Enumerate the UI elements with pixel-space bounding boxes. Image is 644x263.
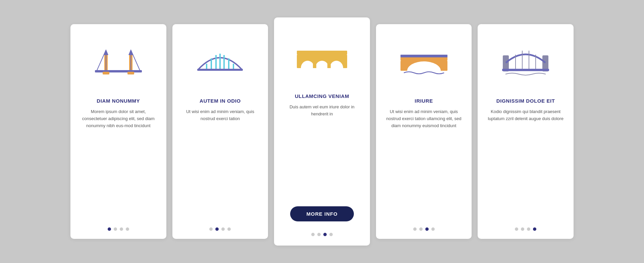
dot [431, 227, 435, 231]
card-4-text: Ut wisi enim ad minim veniam, quis nostr… [385, 108, 463, 217]
card-4-icon [394, 34, 454, 88]
svg-point-28 [407, 61, 441, 80]
card-5-dots [515, 224, 536, 231]
dot [209, 227, 213, 231]
card-2-dots [209, 224, 231, 231]
dot [521, 227, 524, 231]
card-1-dots [108, 224, 129, 231]
dot [329, 233, 333, 236]
card-4-title: IRIURE [415, 98, 433, 104]
dot [425, 227, 429, 231]
dot [311, 233, 315, 236]
more-info-button[interactable]: MORE INFO [290, 206, 354, 221]
dot [515, 227, 518, 231]
card-1: DIAM NONUMMY Morem ipsum dolor sit amet,… [70, 24, 166, 239]
dot [527, 227, 530, 231]
cards-container: DIAM NONUMMY Morem ipsum dolor sit amet,… [70, 17, 574, 246]
dot [108, 227, 111, 231]
card-5: DIGNISSIM DOLOE EIT Kodio dignissim qui … [478, 24, 574, 239]
svg-rect-8 [95, 70, 142, 72]
dot [221, 227, 225, 231]
svg-rect-32 [502, 69, 549, 71]
dot [114, 227, 117, 231]
card-3-icon [292, 30, 352, 83]
dot [126, 227, 129, 231]
dot [317, 233, 321, 236]
svg-rect-25 [327, 55, 331, 68]
dot [323, 233, 327, 236]
card-4: IRIURE Ut wisi enim ad minim veniam, qui… [376, 24, 472, 239]
dot [419, 227, 423, 231]
card-5-text: Kodio dignissim qui blandit praesent lup… [487, 108, 564, 217]
svg-rect-10 [127, 72, 134, 74]
card-3-dots [311, 229, 333, 236]
svg-rect-18 [197, 69, 243, 71]
card-4-dots [413, 224, 435, 231]
card-5-icon [495, 34, 556, 88]
dot [227, 227, 231, 231]
card-2-icon [190, 34, 250, 88]
card-2-text: Ut wisi enim ad minim veniam, quis nostr… [182, 108, 259, 217]
svg-rect-29 [400, 55, 447, 57]
svg-rect-9 [103, 72, 109, 74]
card-1-text: Morem ipsum dolor sit amet, consectetuer… [80, 108, 157, 217]
card-1-title: DIAM NONUMMY [97, 98, 140, 104]
dot [120, 227, 123, 231]
svg-point-23 [330, 61, 343, 75]
dot [215, 227, 219, 231]
svg-point-21 [301, 61, 314, 75]
card-5-title: DIGNISSIM DOLOE EIT [496, 98, 555, 104]
card-3-text: Duis autem vel eum iriure dolor in hendr… [283, 104, 361, 200]
svg-point-22 [315, 61, 329, 75]
svg-rect-24 [313, 55, 316, 68]
card-2-title: AUTEM IN ODIO [200, 98, 241, 104]
card-3: ULLAMCING VENIAM Duis autem vel eum iriu… [274, 17, 370, 246]
card-3-title: ULLAMCING VENIAM [295, 93, 349, 99]
svg-rect-19 [297, 51, 347, 55]
card-2: AUTEM IN ODIO Ut wisi enim ad minim veni… [172, 24, 268, 239]
dot [413, 227, 417, 231]
dot [533, 227, 536, 231]
card-1-icon [88, 34, 149, 88]
